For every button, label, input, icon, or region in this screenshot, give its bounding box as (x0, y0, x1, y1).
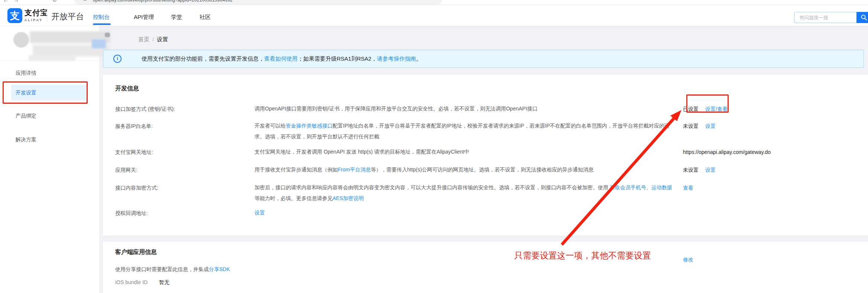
info-banner: i 使用支付宝的部分功能前，需要先设置开发信息，查看如何使用；如果需要升级RSA… (103, 50, 864, 68)
breadcrumb-current: 设置 (157, 36, 168, 42)
inline-link[interactable]: 查看如何使用 (264, 55, 298, 62)
blur-artifact (105, 33, 110, 37)
inline-text: 使用支付宝的部分功能前，需要先设置开发信息， (142, 55, 264, 62)
browser-forward-icon[interactable]: → (13, 0, 19, 3)
row-description: 支付宝网关地址，开发者调用 OpenAPI 发送 http(s) 请求的目标地址… (255, 146, 673, 157)
brand-subname: ALIPAY (25, 18, 48, 22)
client-info-subtitle: 使用分享接口时需要配置此信息，并集成分享SDK (115, 266, 230, 273)
breadcrumb-separator: / (149, 36, 157, 42)
tab-2[interactable]: API管理 (134, 14, 154, 21)
blur-artifact-blue (92, 39, 106, 48)
inline-link[interactable]: AES加密说明 (333, 195, 364, 201)
row-label: 应用网关: (115, 166, 137, 174)
tab-1[interactable]: 控制台 (93, 14, 110, 21)
header-search (794, 12, 868, 23)
row-description: 用于接收支付宝异步通知消息（例如From平台消息等），需要传入http(s)公网… (255, 164, 673, 175)
inline-text: 。 (416, 55, 421, 62)
inline-text: 开发者可以给 (255, 123, 286, 129)
modify-link[interactable]: 修改 (683, 257, 693, 263)
tab-4[interactable]: 社区 (200, 14, 211, 21)
sidebar-item-4[interactable]: 解决方案 (16, 136, 36, 143)
inline-text: 加密后，接口的请求内容和响应内容将会由明文内容变为密文内容，可以大大提升接口内容… (255, 184, 610, 190)
sidebar-item-2[interactable]: 开发设置 (16, 90, 36, 96)
row-status: 已设置 (683, 105, 699, 113)
page: ← → ⟳ open.alipay.com/develop/pm/sub/set… (0, 0, 868, 293)
app-avatar (13, 32, 29, 48)
row-description: 调用OpenAPI接口需要用到密钥/证书，用于保障应用和开放平台交互的安全性。必… (255, 103, 673, 114)
sidebar-item-3[interactable]: 产品绑定 (16, 113, 36, 119)
row-status: 未设置 (683, 166, 699, 174)
client-info-card: 客户端应用信息 使用分享接口时需要配置此信息，并集成分享SDK iOS bund… (103, 242, 868, 293)
row-label: 授权回调地址: (115, 209, 148, 217)
dev-info-card: 开发信息 接口加签方式 (密钥/证书):调用OpenAPI接口需要用到密钥/证书… (103, 75, 868, 235)
inline-link[interactable]: 运动数据 (651, 184, 672, 190)
inline-link[interactable]: 请参考操作指南 (377, 55, 416, 62)
browser-back-icon[interactable]: ← (3, 0, 9, 3)
row-label: 服务器IP白名单: (115, 122, 153, 130)
row-description: 加密后，接口的请求内容和响应内容将会由明文内容变为密文内容，可以大大提升接口内容… (255, 182, 673, 204)
platform-title: 开放平台 (51, 11, 84, 22)
dev-info-title: 开发信息 (115, 85, 139, 93)
row-status: 未设置 (683, 122, 699, 130)
brand-name: 支付宝 (25, 8, 48, 18)
header-divider (47, 10, 47, 22)
inline-link[interactable]: 资金操作类敏感接口 (286, 123, 333, 129)
inline-text: 调用OpenAPI接口需要用到密钥/证书，用于保障应用和开放平台交互的安全性。必… (255, 106, 538, 112)
inline-text: 用于接收支付宝异步通知消息（例如 (255, 167, 338, 173)
inline-text: 等能力时，必填。更多信息请参见 (255, 195, 333, 201)
row-gateway-value: https://openapi.alipay.com/gateway.do (683, 148, 771, 156)
inline-text: ；如果需要升级RSA1到RSA2， (298, 55, 377, 62)
search-icon (861, 14, 867, 21)
lock-icon (83, 0, 87, 0)
tab-3[interactable]: 学堂 (171, 14, 182, 21)
inline-link[interactable]: 获取会员手机号 (610, 184, 646, 190)
row-label: 接口内容加密方式: (115, 184, 158, 192)
url-text: open.alipay.com/develop/pm/sub/setting?a… (93, 0, 233, 3)
inline-text: 、 (646, 184, 651, 190)
row-label: 支付宝网关地址: (115, 148, 153, 156)
client-info-title: 客户端应用信息 (115, 248, 157, 256)
breadcrumb-home[interactable]: 首页 (138, 36, 149, 42)
row-action-link[interactable]: 设置 (705, 122, 716, 130)
annotation-red-note: 只需要设置这一项，其他不需要设置 (514, 250, 651, 261)
inline-text: 使用分享接口时需要配置此信息，并集成 (115, 266, 209, 272)
sidebar: 应用详情开发设置产品绑定解决方案 (0, 26, 100, 293)
info-icon: i (113, 55, 122, 63)
sidebar-divider (0, 60, 100, 61)
info-banner-text: 使用支付宝的部分功能前，需要先设置开发信息，查看如何使用；如果需要升级RSA1到… (142, 55, 421, 62)
row-label: 接口加签方式 (密钥/证书): (115, 105, 175, 113)
row-description: 开发者可以给资金操作类敏感接口配置IP地址白名单，开放平台将基于开发者配置的IP… (255, 120, 673, 142)
address-bar[interactable]: open.alipay.com/develop/pm/sub/setting?a… (74, 0, 442, 5)
ios-bundle-value: 暂无 (159, 279, 169, 286)
inline-text: 等），需要传入http(s)公网可访问的网页地址。选填，若不设置，则无法接收相应… (371, 167, 594, 173)
browser-chrome: ← → ⟳ open.alipay.com/develop/pm/sub/set… (0, 0, 868, 5)
search-button[interactable] (856, 12, 868, 23)
ios-bundle-label: iOS bundle ID (115, 279, 148, 285)
sidebar-item-1[interactable]: 应用详情 (16, 70, 36, 77)
row-action-link[interactable]: 设置/查看 (705, 105, 728, 113)
row-view-link[interactable]: 查看 (683, 184, 693, 192)
brand-block: 支付宝 ALIPAY (25, 8, 48, 22)
breadcrumb: 首页/设置 (138, 36, 168, 43)
inline-link[interactable]: 设置 (255, 210, 265, 216)
inline-text: 支付宝网关地址，开发者调用 OpenAPI 发送 http(s) 请求的目标地址… (255, 149, 469, 155)
browser-refresh-icon[interactable]: ⟳ (53, 0, 58, 3)
app-header: 支 支付宝 ALIPAY 开放平台 控制台API管理学堂社区 (0, 5, 868, 26)
search-input[interactable] (794, 12, 856, 23)
alipay-logo-icon[interactable]: 支 (7, 8, 22, 23)
row-action-link[interactable]: 设置 (705, 166, 716, 174)
active-tab-underline (93, 23, 111, 25)
inline-link[interactable]: 分享SDK (209, 266, 230, 272)
inline-link[interactable]: From平台消息 (338, 167, 371, 173)
row-description: 设置 (255, 207, 673, 218)
